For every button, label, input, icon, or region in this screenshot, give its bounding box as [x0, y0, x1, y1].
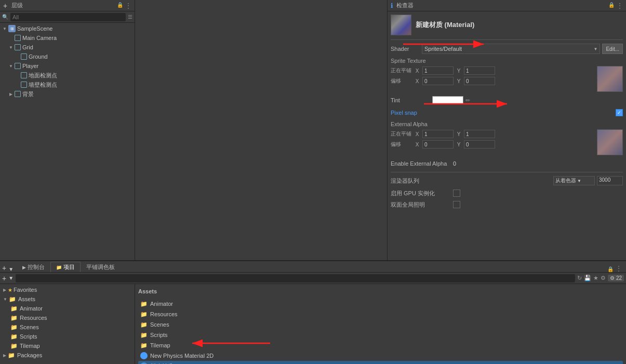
tint-swatch[interactable]	[432, 96, 463, 104]
folder-icon-assets: 📁	[9, 296, 16, 303]
physics-material-icon	[140, 352, 148, 359]
ext-tiling-y-axis: Y	[456, 131, 462, 137]
label-scenes: Scenes	[20, 324, 39, 330]
asset-label-scenes: Scenes	[150, 321, 169, 328]
sidebar-resources[interactable]: 📁 Resources	[0, 313, 135, 322]
sidebar-scenes[interactable]: 📁 Scenes	[0, 322, 135, 332]
asset-new-material[interactable]: 新建材质	[138, 361, 623, 364]
asset-physics-material[interactable]: New Physics Material 2D	[138, 350, 623, 361]
folder-icon-animator: 📁	[10, 305, 18, 312]
cube-icon-ground-detect	[21, 72, 27, 78]
asset-scenes[interactable]: 📁 Scenes	[138, 319, 623, 330]
eyedropper-icon[interactable]: ✏	[465, 97, 470, 104]
folder-icon-resources: 📁	[10, 315, 18, 321]
asset-folder-icon-scripts: 📁	[140, 332, 148, 339]
tilemap-tab-label: 平铺调色板	[86, 263, 115, 271]
hierarchy-item-ground-detect[interactable]: 地面检测点	[0, 71, 135, 80]
star-filter-icon[interactable]: ★	[593, 275, 598, 281]
sidebar-assets-root[interactable]: ▼ 📁 Assets	[0, 294, 135, 304]
tiling-y-axis: Y	[456, 68, 462, 74]
pixel-snap-label[interactable]: Pixel snap	[391, 110, 616, 116]
offset-x-axis: X	[414, 78, 420, 84]
tab-project[interactable]: 📁 项目	[50, 262, 81, 272]
ext-offset-x-input[interactable]	[422, 140, 454, 149]
arrow-down-assets[interactable]: ▼	[8, 275, 14, 281]
dots-icon-hierarchy[interactable]: ⋮	[125, 2, 131, 9]
hierarchy-item-ground[interactable]: Ground	[0, 52, 135, 61]
folder-icon-scenes: 📁	[10, 324, 18, 331]
inspector-header: ℹ 检查器 🔒 ⋮	[388, 0, 626, 11]
scene-view	[135, 0, 387, 260]
shader-dropdown[interactable]: Sprites/Default ▼	[422, 44, 600, 54]
dots-icon-bottom[interactable]: ⋮	[616, 265, 622, 272]
refresh-icon[interactable]: ↻	[577, 275, 582, 281]
enable-ext-alpha-row: Enable External Alpha 0	[391, 158, 623, 169]
ext-offset-y-input[interactable]	[464, 140, 495, 149]
edit-shader-button[interactable]: Edit...	[602, 44, 623, 54]
divider-2	[391, 172, 623, 172]
cube-icon-ground	[21, 53, 27, 60]
hierarchy-item-player[interactable]: Player	[0, 61, 135, 71]
filter-icon-hierarchy[interactable]: ☰	[128, 14, 132, 20]
tiling-label: 正在平铺	[391, 67, 414, 74]
double-sided-checkbox[interactable]	[453, 201, 460, 208]
cube-icon-wall-detect	[21, 82, 27, 88]
hierarchy-item-background[interactable]: 背景	[0, 89, 135, 99]
gpu-instancing-checkbox[interactable]	[453, 190, 460, 197]
add-icon-bottom[interactable]: +	[2, 264, 6, 272]
asset-tilemap[interactable]: 📁 Tilemap	[138, 340, 623, 350]
asset-folder-icon-scenes: 📁	[140, 321, 148, 328]
hierarchy-item-main-camera[interactable]: Main Camera	[0, 33, 135, 43]
save-icon[interactable]: 💾	[584, 275, 591, 281]
add-icon[interactable]: +	[3, 2, 7, 10]
inspector-title: 检查器	[396, 2, 414, 9]
divider-1	[391, 39, 623, 40]
render-queue-dropdown[interactable]: 从着色器 ▼	[553, 176, 595, 185]
arrow-down-icon[interactable]: ▼	[8, 266, 14, 272]
assets-search-input[interactable]	[16, 274, 575, 282]
ext-tiling-x-input[interactable]	[422, 130, 454, 138]
add-icon-assets[interactable]: +	[2, 274, 6, 282]
tiling-x-input[interactable]	[422, 66, 454, 75]
tiling-y-input[interactable]	[464, 66, 495, 75]
asset-label-animator: Animator	[150, 301, 173, 307]
hierarchy-item-samplescene[interactable]: ⊞ SampleScene	[0, 24, 135, 33]
sidebar-packages[interactable]: ▶ 📁 Packages	[0, 350, 135, 360]
label-samplescene: SampleScene	[17, 25, 53, 32]
tab-console[interactable]: ▶ 控制台	[17, 262, 50, 272]
options-icon[interactable]: ⚙	[601, 275, 606, 281]
label-ground: Ground	[29, 53, 48, 60]
hierarchy-search-input[interactable]	[10, 13, 126, 21]
material-name: 新建材质 (Material)	[416, 20, 474, 30]
dropdown-arrow-icon: ▼	[594, 47, 598, 51]
project-tab-label: 项目	[63, 263, 75, 271]
ext-tiling-y-input[interactable]	[464, 130, 495, 138]
asset-resources[interactable]: 📁 Resources	[138, 309, 623, 319]
render-queue-label: 渲染器队列	[391, 177, 553, 185]
asset-folder-icon-animator: 📁	[140, 301, 148, 307]
asset-scripts[interactable]: 📁 Scripts	[138, 330, 623, 340]
label-main-camera: Main Camera	[22, 35, 57, 41]
tab-tilemap[interactable]: 平铺调色板	[81, 262, 121, 272]
enable-ext-alpha-label: Enable External Alpha	[391, 160, 453, 167]
offset-x-input[interactable]	[422, 77, 454, 85]
cube-icon-player	[15, 63, 21, 69]
label-ground-detect: 地面检测点	[29, 72, 57, 79]
cube-icon-background	[15, 91, 21, 97]
render-queue-value: 3000	[597, 176, 623, 185]
hierarchy-panel-header: + 层级 🔒 ⋮	[0, 0, 135, 11]
offset-y-input[interactable]	[464, 77, 495, 85]
dots-icon-inspector[interactable]: ⋮	[617, 2, 623, 9]
sidebar-tilemap[interactable]: 📁 Tilemap	[0, 341, 135, 350]
sidebar-favorites[interactable]: ▶ ★ Favorites	[0, 285, 135, 294]
hierarchy-item-wall-detect[interactable]: 墙壁检测点	[0, 80, 135, 89]
rq-dropdown-arrow: ▼	[577, 179, 581, 183]
sidebar-animator[interactable]: 📁 Animator	[0, 304, 135, 313]
sidebar-scripts[interactable]: 📁 Scripts	[0, 332, 135, 341]
hierarchy-item-grid[interactable]: Grid	[0, 43, 135, 52]
badge-value: ⚙	[610, 275, 615, 281]
asset-label-scripts: Scripts	[150, 332, 168, 338]
pixel-snap-checkbox[interactable]	[616, 109, 623, 116]
asset-animator[interactable]: 📁 Animator	[138, 299, 623, 309]
label-tilemap: Tilemap	[20, 343, 40, 349]
